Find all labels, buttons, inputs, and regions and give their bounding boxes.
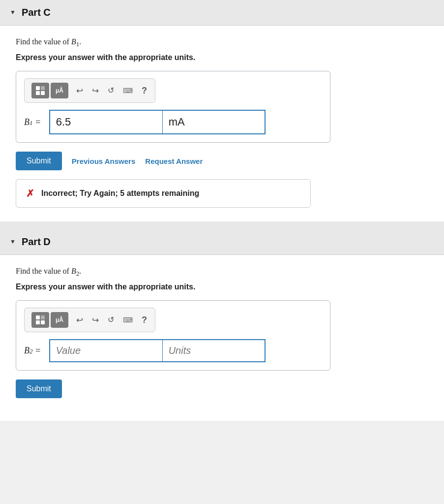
part-c-header: ▼ Part C [0,0,444,26]
part-c-undo-button[interactable]: ↩ [75,87,84,95]
part-c-units-input[interactable] [162,110,266,134]
part-c-format-buttons: μÅ [31,83,68,98]
part-d-answer-box: μÅ ↩ ↪ ↺ ⌨ ? B2 = [16,300,330,371]
part-c-refresh-button[interactable]: ↺ [107,87,115,94]
part-c-body: Find the value of B1. Express your answe… [0,26,444,221]
part-d-equation-label: B2 = [24,346,43,356]
part-d-toolbar: μÅ ↩ ↪ ↺ ⌨ ? [24,308,155,332]
part-d-refresh-button[interactable]: ↺ [107,316,115,324]
part-d-section: ▼ Part D Find the value of B2. Express y… [0,229,444,421]
part-d-chevron[interactable]: ▼ [10,238,16,246]
part-c-grid-button[interactable] [31,83,49,98]
part-d-action-row: Submit [16,379,428,398]
part-d-input-row: B2 = [24,339,322,362]
part-d-help-button[interactable]: ? [141,315,148,324]
part-c-previous-answers-link[interactable]: Previous Answers [72,157,136,165]
part-d-mu-button[interactable]: μÅ [51,312,68,328]
part-d-instruction: Express your answer with the appropriate… [16,283,428,291]
part-c-value-input[interactable] [49,110,162,134]
part-c-title: Part C [22,7,51,18]
part-d-value-input[interactable] [49,339,162,362]
part-c-input-row: B1 = [24,110,322,134]
part-d-keyboard-button[interactable]: ⌨ [122,316,134,323]
part-c-submit-button[interactable]: Submit [16,152,62,170]
part-c-mu-button[interactable]: μÅ [51,83,68,98]
part-c-section: ▼ Part C Find the value of B1. Express y… [0,0,444,221]
part-d-redo-button[interactable]: ↪ [91,316,100,324]
part-c-chevron[interactable]: ▼ [10,9,16,16]
part-c-instruction: Express your answer with the appropriate… [16,53,428,62]
part-c-error-message: Incorrect; Try Again; 5 attempts remaini… [41,189,199,198]
part-c-equation-label: B1 = [24,117,43,127]
error-icon: ✗ [26,188,34,199]
part-d-units-input[interactable] [162,339,266,362]
part-c-redo-button[interactable]: ↪ [91,87,100,95]
part-d-body: Find the value of B2. Express your answe… [0,255,444,421]
part-c-help-button[interactable]: ? [141,86,148,95]
part-c-answer-box: μÅ ↩ ↪ ↺ ⌨ ? B1 = [16,71,330,143]
part-d-submit-button[interactable]: Submit [16,379,62,398]
part-d-question-text: Find the value of B2. [16,267,428,278]
part-c-error-box: ✗ Incorrect; Try Again; 5 attempts remai… [16,179,311,208]
part-d-grid-button[interactable] [31,312,49,328]
part-c-question-text: Find the value of B1. [16,37,428,48]
part-c-request-answer-link[interactable]: Request Answer [145,157,203,165]
part-c-toolbar: μÅ ↩ ↪ ↺ ⌨ ? [24,78,155,103]
part-d-undo-button[interactable]: ↩ [75,316,84,324]
part-c-keyboard-button[interactable]: ⌨ [122,87,134,94]
part-c-action-row: Submit Previous Answers Request Answer [16,152,428,170]
part-d-header: ▼ Part D [0,229,444,255]
part-d-format-buttons: μÅ [31,312,68,328]
section-divider [0,221,444,229]
part-d-title: Part D [22,236,51,248]
